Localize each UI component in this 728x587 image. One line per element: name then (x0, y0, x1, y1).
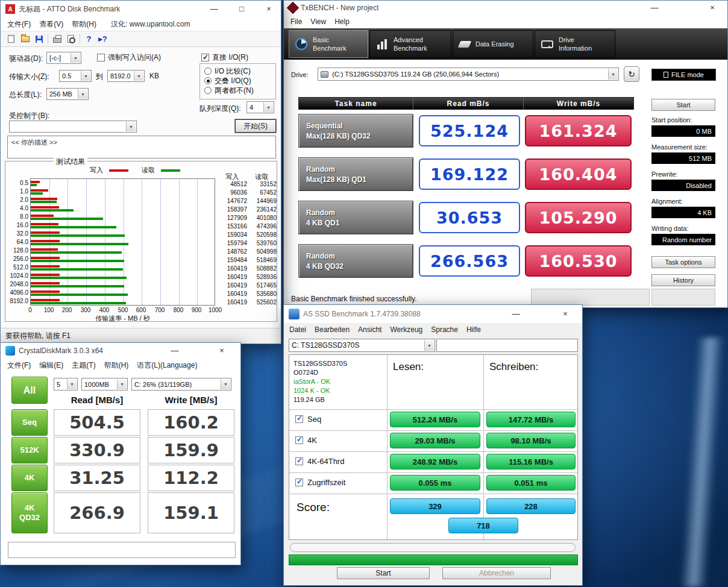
menu-item-bearbeiten[interactable]: Bearbeiten (310, 325, 354, 334)
test-enabled-checkbox[interactable] (295, 415, 303, 423)
read-bar (31, 209, 74, 212)
maximize-button[interactable]: □ (228, 1, 255, 17)
write-value: 112.2 (148, 465, 234, 491)
description-box[interactable]: << 你的描述 >> (7, 136, 276, 159)
close-button[interactable]: × (551, 305, 579, 323)
test-enabled-checkbox[interactable] (295, 479, 303, 486)
menu-item-file[interactable]: File (286, 17, 306, 26)
checkbox-label: 强制写入访问(A) (108, 52, 161, 63)
menu-item-hilfe[interactable]: Hilfe (462, 325, 485, 334)
test-size-select[interactable]: 1000MB (81, 378, 128, 391)
tab-drive-information[interactable]: DriveInformation (535, 30, 615, 58)
open-file-icon[interactable] (18, 33, 32, 46)
menu-item-help[interactable]: 帮助(H) (100, 360, 133, 371)
task-options-button[interactable]: Task options (651, 256, 715, 268)
test-enabled-checkbox[interactable] (295, 436, 303, 444)
measurement-size-value[interactable]: 512 MB (651, 152, 715, 164)
new-file-icon[interactable] (4, 33, 18, 46)
menu-item-ansicht[interactable]: Ansicht (354, 325, 386, 334)
prewrite-value[interactable]: Disabled (651, 180, 715, 191)
menu-item-file[interactable]: 文件(F) (3, 360, 35, 371)
menu-item-sprache[interactable]: Sprache (427, 325, 462, 334)
total-length-select[interactable]: 256 MB (46, 88, 89, 100)
test-button[interactable]: 4K (11, 465, 48, 491)
alignment-value[interactable]: 4 KB (651, 207, 715, 218)
start-button[interactable]: Start (337, 567, 430, 579)
menu-item-help[interactable]: 帮助(H) (67, 19, 101, 30)
write-result-value: 159484 (218, 256, 247, 264)
context-help-icon[interactable]: ▸? (96, 33, 110, 46)
test-enabled-checkbox[interactable] (295, 457, 303, 465)
result-values-row: 160419517465 (218, 281, 277, 289)
refresh-drives-button[interactable]: ↻ (624, 66, 639, 82)
test-button[interactable]: 512K (11, 437, 48, 463)
write-result-value: 153166 (218, 222, 247, 230)
comment-box[interactable] (8, 542, 236, 558)
results-table-header: Task name Read mB/s Write mB/s (298, 97, 634, 110)
radio-overlapped-io[interactable]: 交叠 I/O(Q) (204, 77, 251, 85)
save-icon[interactable] (32, 33, 46, 46)
read-value: 266.9 (54, 492, 140, 533)
tab-basic-benchmark[interactable]: BasicBenchmark (289, 30, 368, 58)
print-icon[interactable] (50, 33, 64, 46)
minimize-button[interactable]: — (201, 1, 227, 17)
history-button[interactable]: History (651, 274, 715, 286)
read-value-badge: 29.03 MB/s (390, 433, 480, 448)
test-button[interactable]: Seq (11, 409, 48, 436)
read-result-value: 518469 (247, 256, 277, 264)
close-button[interactable]: × (698, 1, 726, 15)
prewrite-label: Prewrite: (651, 171, 715, 178)
controlled-by-select[interactable] (9, 121, 137, 133)
menu-item-help[interactable]: Help (330, 17, 354, 26)
task-button[interactable]: Random4 KB QD1 (298, 201, 413, 234)
read-bar (31, 234, 125, 237)
close-button[interactable]: × (208, 343, 236, 359)
drive-select[interactable]: [-c-] (46, 52, 81, 64)
menu-item-view[interactable]: 查看(V) (35, 19, 67, 30)
secondary-field[interactable] (436, 339, 578, 352)
close-button[interactable]: × (256, 1, 281, 17)
minimize-button[interactable]: — (502, 305, 530, 323)
queue-depth-select[interactable]: 4 (246, 101, 274, 113)
drive-select[interactable]: (C:) TS128GSSD370S 119.24 GB (250,066,94… (318, 67, 619, 81)
print-preview-icon[interactable] (64, 33, 78, 46)
run-all-button[interactable]: All (11, 377, 48, 404)
test-count-select[interactable]: 5 (54, 378, 78, 391)
tab-advanced-benchmark[interactable]: AdvancedBenchmark (369, 30, 451, 58)
writing-data-value[interactable]: Random number (651, 234, 715, 245)
minimize-button[interactable]: — (641, 1, 668, 15)
transfer-from-select[interactable]: 0.5 (59, 70, 92, 82)
menu-item-werkzeug[interactable]: Werkzeug (386, 325, 427, 334)
menu-item-datei[interactable]: Datei (285, 325, 310, 334)
menu-item-edit[interactable]: 编辑(E) (35, 360, 67, 371)
tab-data-erasing[interactable]: Data Erasing (453, 30, 533, 58)
file-mode-button[interactable]: FILE mode (651, 69, 716, 81)
test-button[interactable]: 4K QD32 (11, 492, 48, 533)
status-panel (651, 289, 715, 306)
cancel-button[interactable]: Abbrechen (442, 567, 551, 579)
start-position-value[interactable]: 0 MB (651, 125, 715, 137)
menu-item-theme[interactable]: 主题(T) (67, 360, 99, 371)
cdm-titlebar[interactable]: CrystalDiskMark 3.0.3 x64 (1, 343, 240, 359)
radio-neither[interactable]: 两者都不(N) (204, 86, 254, 95)
task-button[interactable]: RandomMax(128 KB) QD1 (298, 157, 413, 191)
y-axis-tick-label: 2048.0 (7, 280, 28, 288)
atto-window-title: 无标题 - ATTO Disk Benchmark (19, 4, 120, 14)
start-button[interactable]: 开始(S) (235, 119, 276, 133)
task-button[interactable]: Random4 KB QD32 (298, 244, 413, 278)
as-ssd-titlebar[interactable]: AS SSD Benchmark 1.7.4739.38088 (284, 305, 582, 323)
menu-item-language[interactable]: 语言(L)(Language) (133, 360, 201, 371)
menu-item-file[interactable]: 文件(F) (3, 19, 35, 30)
radio-io-comparison[interactable]: I/O 比较(C) (204, 67, 251, 75)
menu-item-view[interactable]: View (306, 17, 330, 26)
force-write-checkbox[interactable]: 强制写入访问(A) (97, 53, 161, 61)
test-results-group: 测试结果 写入 读取 写入 读取 0.51.02.04.08.016.032.0… (5, 161, 277, 322)
minimize-button[interactable]: — (161, 343, 189, 359)
drive-select[interactable]: C: TS128GSSD370S (289, 339, 435, 352)
start-button[interactable]: Start (651, 99, 715, 111)
target-drive-select[interactable]: C: 26% (31/119GB) (131, 378, 231, 391)
task-button[interactable]: SequentialMax(128 KB) QD32 (298, 114, 413, 148)
direct-io-checkbox[interactable]: 直接 I/O(R) (201, 53, 248, 61)
about-icon[interactable]: ? (82, 33, 96, 46)
transfer-to-select[interactable]: 8192.0 (107, 70, 145, 82)
